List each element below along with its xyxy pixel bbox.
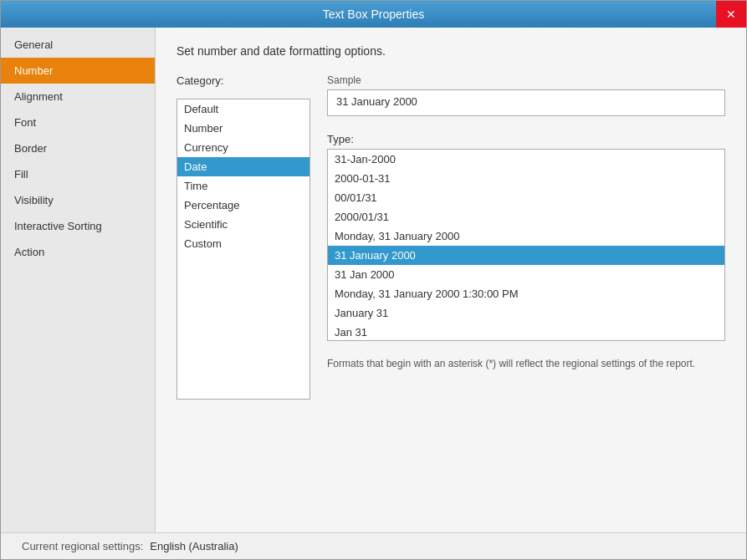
sidebar-item-font[interactable]: Font <box>1 109 155 135</box>
close-button[interactable]: ✕ <box>716 1 746 28</box>
type-monday-full[interactable]: Monday, 31 January 2000 <box>328 227 724 246</box>
category-list[interactable]: Default Number Currency Date Time Percen… <box>177 99 310 400</box>
window-title: Text Box Properties <box>323 8 424 21</box>
sidebar: General Number Alignment Font Border Fil… <box>1 28 156 532</box>
category-label: Category: <box>177 74 310 87</box>
sidebar-item-general[interactable]: General <box>1 32 155 58</box>
type-2000-01-31-slash[interactable]: 2000/01/31 <box>328 207 724 227</box>
category-scientific[interactable]: Scientific <box>177 215 310 234</box>
close-icon: ✕ <box>726 8 736 21</box>
category-time[interactable]: Time <box>177 176 310 196</box>
form-section: Category: Default Number Currency Date T… <box>177 74 725 516</box>
type-label: Type: <box>327 133 725 145</box>
title-bar: Text Box Properties ✕ <box>1 1 746 28</box>
sample-label: Sample <box>327 74 725 86</box>
category-currency[interactable]: Currency <box>177 138 310 157</box>
category-percentage[interactable]: Percentage <box>177 196 310 215</box>
panel-header: Set number and date formatting options. <box>177 44 725 58</box>
type-january-31[interactable]: January 31 <box>328 303 724 323</box>
sample-section: Sample 31 January 2000 <box>327 74 725 116</box>
content-area: General Number Alignment Font Border Fil… <box>1 28 746 532</box>
sample-value: 31 January 2000 <box>327 89 725 116</box>
sidebar-item-action[interactable]: Action <box>1 239 155 265</box>
main-window: Text Box Properties ✕ General Number Ali… <box>0 0 747 560</box>
type-31jan2000[interactable]: 31-Jan-2000 <box>328 150 724 169</box>
type-2000-01-31[interactable]: 2000-01-31 <box>328 169 724 188</box>
sidebar-item-interactive-sorting[interactable]: Interactive Sorting <box>1 213 155 239</box>
footer-value: English (Australia) <box>150 540 238 552</box>
footnote: Formats that begin with an asterisk (*) … <box>327 356 712 371</box>
type-section: Type: 31-Jan-2000 2000-01-31 00/01/31 20… <box>327 133 725 341</box>
sidebar-item-number[interactable]: Number <box>1 58 155 84</box>
category-section: Category: Default Number Currency Date T… <box>177 74 310 516</box>
type-31-january-2000[interactable]: 31 January 2000 <box>328 246 724 265</box>
type-31-jan-2000[interactable]: 31 Jan 2000 <box>328 265 724 284</box>
sidebar-item-visibility[interactable]: Visibility <box>1 187 155 213</box>
category-custom[interactable]: Custom <box>177 234 310 253</box>
main-panel: Set number and date formatting options. … <box>156 28 746 532</box>
right-column: Sample 31 January 2000 Type: 31-Jan-2000… <box>327 74 725 516</box>
category-date[interactable]: Date <box>177 157 310 176</box>
footer-label: Current regional settings: <box>22 540 143 552</box>
type-jan-31[interactable]: Jan 31 <box>328 323 724 341</box>
sidebar-item-alignment[interactable]: Alignment <box>1 84 155 109</box>
footer-bar: Current regional settings: English (Aust… <box>1 532 746 559</box>
type-list[interactable]: 31-Jan-2000 2000-01-31 00/01/31 2000/01/… <box>327 149 725 341</box>
category-number[interactable]: Number <box>177 119 310 138</box>
sidebar-item-fill[interactable]: Fill <box>1 161 155 187</box>
sidebar-item-border[interactable]: Border <box>1 135 155 161</box>
type-00-01-31[interactable]: 00/01/31 <box>328 188 724 207</box>
type-monday-datetime[interactable]: Monday, 31 January 2000 1:30:00 PM <box>328 284 724 303</box>
category-default[interactable]: Default <box>177 99 310 119</box>
